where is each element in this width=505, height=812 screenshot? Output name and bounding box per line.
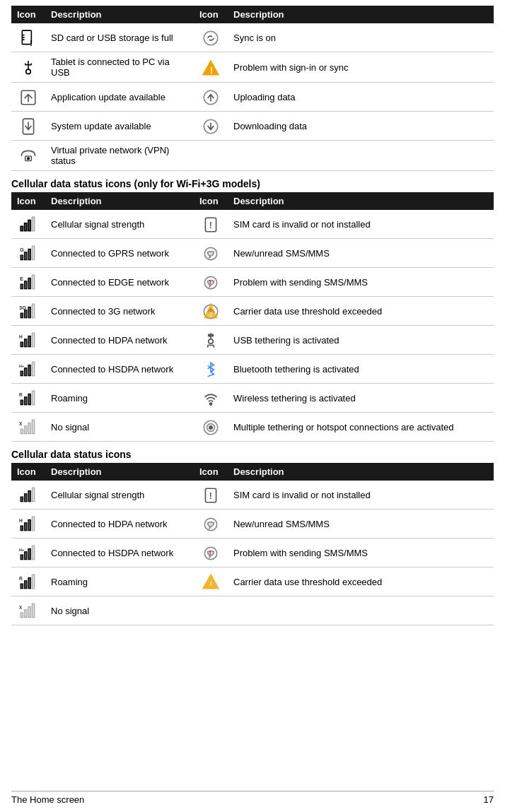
desc-sms-problem: Problem with sending SMS/MMS bbox=[228, 268, 494, 297]
table-row: Application update available Uploading d… bbox=[11, 83, 494, 112]
table-row: X No signal bbox=[11, 596, 494, 625]
th-desc2: Description bbox=[228, 463, 494, 481]
svg-rect-36 bbox=[21, 284, 23, 289]
svg-rect-65 bbox=[21, 371, 23, 376]
table-row: H+ Connected to HSDPA network ! Problem … bbox=[11, 539, 494, 567]
svg-rect-45 bbox=[28, 307, 30, 318]
icon-cell bbox=[194, 355, 228, 384]
svg-text:X: X bbox=[19, 605, 23, 610]
desc-upload: Uploading data bbox=[228, 83, 494, 112]
page-content: Icon Description Icon Description bbox=[0, 0, 505, 655]
icon-cell bbox=[11, 52, 45, 83]
multi-tethering-icon bbox=[201, 417, 221, 437]
vpn-icon bbox=[18, 146, 38, 165]
sms-new-icon bbox=[201, 243, 221, 263]
th-desc2: Description bbox=[228, 192, 494, 210]
icon-cell: ! bbox=[194, 268, 228, 297]
icon-cell bbox=[11, 141, 45, 171]
sms-new-icon2 bbox=[201, 514, 221, 534]
page-footer: The Home screen 17 bbox=[11, 791, 494, 805]
svg-text:!: ! bbox=[209, 580, 211, 588]
svg-text:3G: 3G bbox=[19, 305, 26, 311]
table-row: H+ Connected to HSDPA network Bluetooth … bbox=[11, 355, 494, 384]
table-row: Virtual private network (VPN) status bbox=[11, 141, 494, 171]
svg-text:!: ! bbox=[209, 221, 212, 231]
svg-rect-97 bbox=[25, 552, 27, 560]
desc-usb-tethering: USB tethering is activated bbox=[228, 326, 494, 355]
svg-rect-70 bbox=[21, 400, 23, 405]
desc-sms-new2: New/unread SMS/MMS bbox=[228, 510, 494, 539]
table-row: X No signal Multiple tethering or hotspo bbox=[11, 413, 494, 442]
3g-icon: 3G bbox=[18, 301, 38, 321]
th-icon2: Icon bbox=[194, 6, 228, 23]
desc-empty2 bbox=[228, 596, 494, 625]
svg-rect-66 bbox=[25, 368, 27, 376]
th-desc1: Description bbox=[45, 463, 194, 481]
svg-point-8 bbox=[26, 69, 31, 74]
desc-cellular-signal: Cellular signal strength bbox=[45, 210, 194, 239]
svg-text:X: X bbox=[19, 421, 23, 426]
table-row: G Connected to GPRS network New/unread S… bbox=[11, 239, 494, 268]
table-row: R Roaming Wireless tether bbox=[11, 384, 494, 413]
svg-rect-38 bbox=[28, 278, 30, 289]
svg-rect-31 bbox=[25, 252, 27, 260]
icon-cell: G bbox=[11, 239, 45, 268]
desc-roaming: Roaming bbox=[45, 384, 194, 413]
svg-text:H: H bbox=[19, 334, 23, 339]
hdpa-icon2: H bbox=[18, 514, 38, 534]
svg-text:R: R bbox=[19, 576, 23, 581]
desc-sd-full: SD card or USB storage is full bbox=[45, 23, 194, 52]
svg-rect-112 bbox=[28, 607, 30, 618]
svg-rect-98 bbox=[28, 549, 30, 560]
icon-cell: ! bbox=[194, 539, 228, 567]
th-desc1: Description bbox=[45, 192, 194, 210]
icon-cell bbox=[11, 112, 45, 141]
desc-sms-problem2: Problem with sending SMS/MMS bbox=[228, 539, 494, 567]
icon-cell bbox=[194, 112, 228, 141]
desc-hsdpa2: Connected to HSDPA network bbox=[45, 539, 194, 567]
th-icon1: Icon bbox=[11, 463, 45, 481]
icon-cell: R bbox=[11, 384, 45, 413]
desc-hdpa2: Connected to HDPA network bbox=[45, 510, 194, 539]
desc-edge: Connected to EDGE network bbox=[45, 268, 194, 297]
svg-text:!: ! bbox=[209, 278, 211, 286]
th-icon1: Icon bbox=[11, 192, 45, 210]
icon-cell: X bbox=[11, 596, 45, 625]
table-row: Cellular signal strength ! SIM card is i… bbox=[11, 481, 494, 510]
svg-rect-103 bbox=[21, 584, 23, 589]
table-row: H Connected to HDPA network bbox=[11, 326, 494, 355]
footer-left: The Home screen bbox=[11, 794, 84, 805]
svg-rect-39 bbox=[32, 275, 34, 289]
desc-hsdpa: Connected to HSDPA network bbox=[45, 355, 194, 384]
svg-rect-32 bbox=[28, 249, 30, 260]
svg-rect-110 bbox=[21, 613, 23, 618]
icon-cell bbox=[194, 23, 228, 52]
icon-cell: ! bbox=[194, 52, 228, 83]
icon-cell: E bbox=[11, 268, 45, 297]
desc-sms-new: New/unread SMS/MMS bbox=[228, 239, 494, 268]
desc-download: Downloading data bbox=[228, 112, 494, 141]
icon-cell: ! bbox=[194, 481, 228, 510]
icon-cell: H+ bbox=[11, 355, 45, 384]
icon-cell: H+ bbox=[11, 539, 45, 567]
desc-system-update: System update available bbox=[45, 112, 194, 141]
svg-rect-85 bbox=[25, 494, 27, 502]
svg-rect-43 bbox=[21, 313, 23, 318]
svg-point-83 bbox=[209, 426, 212, 429]
svg-rect-23 bbox=[21, 226, 23, 231]
icon-cell bbox=[194, 384, 228, 413]
svg-text:E: E bbox=[20, 276, 23, 282]
svg-rect-113 bbox=[32, 604, 34, 618]
usb-connected-icon bbox=[18, 57, 38, 77]
desc-data-threshold2: Carrier data use threshold exceeded bbox=[228, 567, 494, 596]
svg-text:!: ! bbox=[209, 310, 211, 318]
svg-rect-93 bbox=[32, 517, 34, 531]
icon-cell: ! bbox=[194, 297, 228, 326]
app-update-icon bbox=[18, 87, 38, 107]
desc-vpn: Virtual private network (VPN) status bbox=[45, 141, 194, 171]
th-icon2: Icon bbox=[194, 463, 228, 481]
desc-3g: Connected to 3G network bbox=[45, 297, 194, 326]
icon-cell: H bbox=[11, 326, 45, 355]
sync-on-icon bbox=[201, 28, 221, 47]
svg-rect-76 bbox=[21, 429, 23, 434]
